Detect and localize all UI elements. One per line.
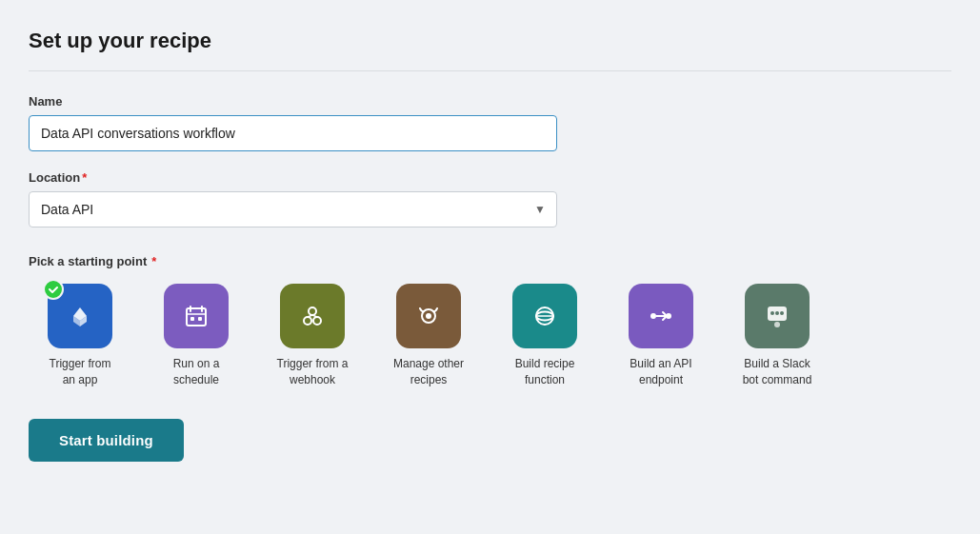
svg-point-19 (770, 311, 774, 315)
sp-api-endpoint[interactable]: Build an APIendpoint (610, 284, 712, 388)
slack-icon (745, 284, 810, 348)
recipes-icon (396, 284, 461, 348)
sp-recipe-function-label: Build recipefunction (515, 356, 575, 388)
start-building-button[interactable]: Start building (29, 419, 184, 462)
schedule-icon (164, 284, 229, 348)
location-select[interactable]: Data API Home Other (29, 191, 557, 227)
sp-recipe-function-icon-wrapper (512, 284, 577, 348)
starting-point-required-star: * (151, 254, 156, 268)
starting-point-label: Pick a starting point* (29, 254, 951, 268)
sp-recipe-function[interactable]: Build recipefunction (493, 284, 596, 388)
svg-point-21 (780, 311, 784, 315)
sp-run-schedule-label: Run on aschedule (173, 356, 220, 388)
api-icon (629, 284, 693, 348)
sp-run-schedule[interactable]: Run on aschedule (145, 284, 248, 388)
sp-slack-bot-icon-wrapper (745, 284, 810, 348)
selected-check-badge (43, 279, 64, 300)
svg-point-7 (313, 317, 321, 325)
location-required-star: * (82, 170, 87, 185)
recipe-name-input[interactable] (29, 115, 557, 151)
sp-trigger-webhook[interactable]: Trigger from awebhook (261, 284, 364, 388)
svg-point-14 (650, 313, 656, 319)
name-label: Name (29, 94, 951, 109)
location-select-wrapper: Data API Home Other ▼ (29, 191, 557, 227)
sp-manage-recipes-label: Manage otherrecipes (393, 356, 464, 388)
starting-points-container: Trigger froman app Run on aschedule (29, 284, 951, 388)
function-icon (512, 284, 577, 348)
sp-run-schedule-icon-wrapper (164, 284, 229, 348)
svg-point-20 (775, 311, 779, 315)
sp-slack-bot-label: Build a Slackbot command (743, 356, 812, 388)
svg-point-6 (304, 317, 311, 325)
location-label: Location* (29, 170, 951, 185)
svg-point-10 (426, 313, 431, 319)
sp-manage-recipes[interactable]: Manage otherrecipes (377, 284, 480, 388)
sp-slack-bot[interactable]: Build a Slackbot command (726, 284, 829, 388)
webhook-icon (280, 284, 345, 348)
svg-point-18 (774, 322, 780, 327)
svg-point-8 (309, 307, 316, 315)
sp-trigger-app-label: Trigger froman app (50, 356, 111, 388)
sp-api-endpoint-label: Build an APIendpoint (630, 356, 691, 388)
sp-api-endpoint-icon-wrapper (629, 284, 693, 348)
svg-rect-4 (190, 317, 194, 321)
sp-trigger-app-icon-wrapper (48, 284, 112, 348)
sp-trigger-app[interactable]: Trigger froman app (29, 284, 131, 388)
page-title: Set up your recipe (29, 29, 951, 53)
sp-trigger-webhook-label: Trigger from awebhook (277, 356, 349, 388)
sp-trigger-webhook-icon-wrapper (280, 284, 345, 348)
svg-rect-5 (198, 317, 202, 321)
section-divider (29, 70, 951, 71)
sp-manage-recipes-icon-wrapper (396, 284, 461, 348)
